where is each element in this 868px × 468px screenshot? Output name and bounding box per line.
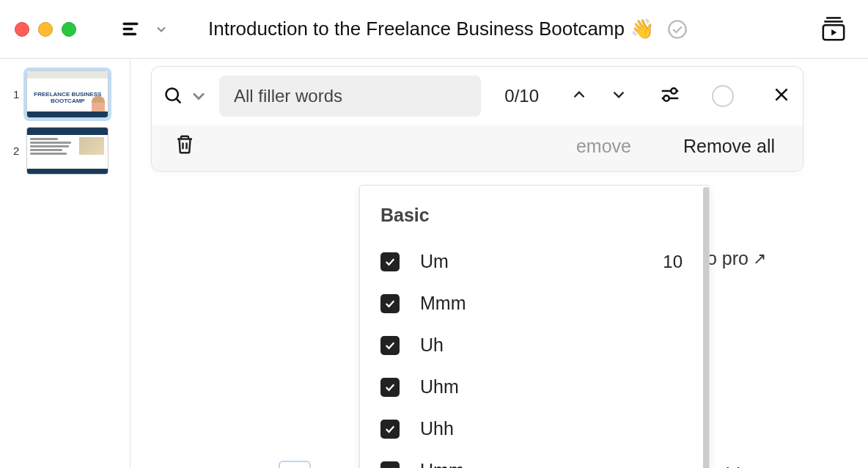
svg-line-9 <box>177 99 181 103</box>
title-text: Introduction to the Freelance Business B… <box>208 18 625 40</box>
go-pro-link[interactable]: o pro ↗ <box>707 248 766 269</box>
svg-point-13 <box>663 95 669 101</box>
dropdown-section-header: Basic <box>360 200 709 241</box>
chevron-down-icon[interactable] <box>188 86 209 106</box>
filler-word-option[interactable]: Uhh <box>360 408 709 450</box>
minimize-window-button[interactable] <box>38 22 53 37</box>
close-window-button[interactable] <box>15 22 29 37</box>
search-count: 0/10 <box>504 86 539 106</box>
filler-word-label: Uh <box>420 334 688 356</box>
svg-point-8 <box>166 89 178 100</box>
delete-icon[interactable] <box>174 133 196 159</box>
svg-rect-2 <box>123 32 137 35</box>
dropdown-scrollbar[interactable] <box>703 187 709 468</box>
svg-marker-7 <box>831 29 836 36</box>
slide-thumbnail-2[interactable]: 2 <box>0 125 130 182</box>
search-icon[interactable] <box>163 86 209 106</box>
filler-word-count: 10 <box>663 252 683 272</box>
titlebar: Introduction to the Freelance Business B… <box>0 0 868 59</box>
filler-word-option[interactable]: Uh <box>360 324 709 366</box>
search-panel: All filler words 0/10 <box>151 66 803 172</box>
wave-emoji-icon: 👋 <box>630 18 654 40</box>
window-controls <box>15 22 76 37</box>
project-dropdown-icon[interactable] <box>151 19 172 40</box>
slide-number: 1 <box>13 88 19 100</box>
transcript-text-fragment: t this <box>710 464 750 468</box>
content-area: All filler words 0/10 <box>130 59 868 468</box>
svg-rect-0 <box>123 22 139 25</box>
checkbox-icon[interactable] <box>380 294 400 313</box>
remove-button-partial[interactable]: emove <box>576 136 631 157</box>
app-logo-icon[interactable] <box>120 18 144 41</box>
speaker-marker: / + <box>279 461 334 468</box>
filter-settings-icon[interactable] <box>659 84 681 109</box>
sync-status-icon[interactable] <box>667 19 688 40</box>
close-search-button[interactable] <box>772 85 791 107</box>
next-result-button[interactable] <box>609 85 628 107</box>
prev-result-button[interactable] <box>570 85 589 107</box>
svg-rect-1 <box>123 27 133 30</box>
filler-word-label: Uhh <box>420 418 688 439</box>
add-speaker-icon[interactable]: + <box>321 464 334 468</box>
slide-sidebar: 1 FREELANCE BUSINESS BOOTCAMP 2 <box>0 59 130 468</box>
checkbox-icon[interactable] <box>380 378 400 397</box>
filler-word-label: Uhm <box>420 376 688 398</box>
document-title: Introduction to the Freelance Business B… <box>208 18 654 40</box>
checkbox-icon[interactable] <box>380 420 400 439</box>
filler-word-label: Mmm <box>420 293 688 314</box>
slide-preview[interactable] <box>26 127 108 175</box>
checkbox-icon[interactable] <box>380 252 400 271</box>
record-indicator-icon[interactable] <box>712 85 734 107</box>
slide-thumbnail-1[interactable]: 1 FREELANCE BUSINESS BOOTCAMP <box>0 69 130 125</box>
svg-point-11 <box>671 88 677 94</box>
filler-word-option[interactable]: Mmm <box>360 282 709 324</box>
filler-word-label: Um <box>420 251 642 272</box>
filler-word-option[interactable]: Uhm <box>360 366 709 408</box>
search-input[interactable]: All filler words <box>219 76 481 117</box>
external-link-icon: ↗ <box>753 249 766 268</box>
speaker-label[interactable]: / <box>279 461 311 468</box>
slide-preview[interactable]: FREELANCE BUSINESS BOOTCAMP <box>26 70 108 118</box>
remove-all-button[interactable]: Remove all <box>683 136 775 157</box>
slide-number: 2 <box>13 145 19 157</box>
filler-word-label: Umm <box>420 460 688 468</box>
maximize-window-button[interactable] <box>62 22 76 37</box>
checkbox-icon[interactable] <box>380 336 400 355</box>
play-preview-icon[interactable] <box>821 17 846 42</box>
svg-point-3 <box>669 21 685 37</box>
checkbox-icon[interactable] <box>380 461 400 469</box>
filler-word-option[interactable]: Umm <box>360 450 709 468</box>
filler-words-dropdown: Basic Um10MmmUhUhmUhhUmm <box>359 185 710 468</box>
filler-word-option[interactable]: Um10 <box>360 241 709 282</box>
